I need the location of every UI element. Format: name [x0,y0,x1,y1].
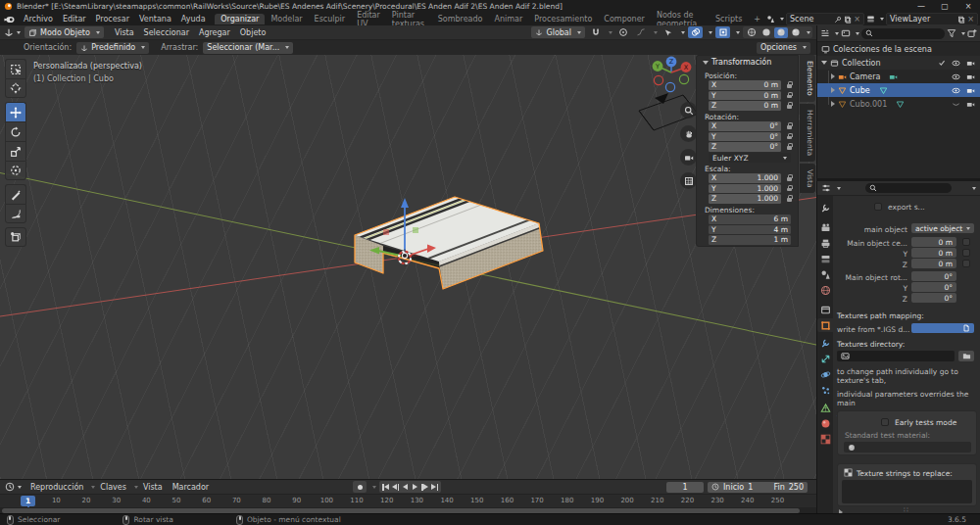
tab-elemento[interactable]: Elemento [800,55,815,102]
texture-strings-list[interactable] [842,480,972,503]
tab-view-layer-icon[interactable] [817,252,833,265]
new-collection-icon[interactable] [967,28,977,38]
camera-restrict-icon[interactable] [966,86,975,95]
center-z-checkbox[interactable] [962,260,970,267]
copy-view-layer-icon[interactable] [957,16,965,24]
playhead-frame-badge[interactable]: 1 [21,496,35,506]
scene-selector[interactable]: Scene × [786,13,864,25]
shading-wireframe-icon[interactable] [745,27,759,38]
zoom-icon[interactable] [680,102,697,119]
lock-icon[interactable] [787,81,793,88]
browse-folder-button[interactable] [958,351,974,361]
scale-tool[interactable] [5,141,26,161]
tab-world-icon[interactable] [817,283,833,297]
record-button[interactable] [353,481,367,493]
timeline-ruler[interactable]: 1020304050607080901001101201301401501601… [0,494,816,508]
main-object-dropdown[interactable]: active object [911,223,974,233]
blender-logo-icon[interactable] [4,16,15,24]
navigation-gizmo[interactable]: Z Y X [647,55,698,98]
frame-range-field[interactable]: Inicio 1 Fin 250 [708,482,808,493]
workspace-tab-procesamiento[interactable]: Procesamiento [528,14,598,24]
pan-hand-icon[interactable] [680,125,697,142]
transform-tool[interactable] [5,161,26,180]
eye-icon[interactable] [952,86,960,95]
filter-display-icon[interactable] [841,28,851,38]
standard-material-field[interactable] [844,442,971,453]
tab-output-icon[interactable] [817,236,833,250]
shading-material-icon[interactable] [774,27,788,38]
timeline-editor-icon[interactable] [5,482,15,492]
filter-funnel-caret[interactable] [961,32,965,35]
properties-search-input[interactable] [865,183,952,193]
jump-end-button[interactable] [430,482,439,492]
menu-editar[interactable]: Editar [58,15,91,24]
outliner-row-collection[interactable]: Collection [817,56,980,70]
menu-ventana[interactable]: Ventana [134,15,176,24]
overlays-icon[interactable] [688,26,703,38]
tab-modifiers-icon[interactable] [817,336,833,350]
remove-view-layer-icon[interactable]: × [967,15,974,24]
write-from-toggle-button[interactable] [911,323,974,333]
cursor-tool[interactable] [5,78,26,98]
falloff-caret[interactable] [654,31,658,34]
outliner-search-input[interactable] [861,28,945,39]
tab-render-icon[interactable] [817,220,833,234]
shading-solid-icon[interactable] [760,27,773,38]
workspace-tab-modelar[interactable]: Modelar [265,14,308,24]
editor-type-caret[interactable] [17,31,21,34]
rotation-y-field[interactable]: Y0° [709,132,781,142]
next-keyframe-button[interactable] [420,482,429,492]
eye-icon[interactable] [952,72,960,81]
shading-caret[interactable] [807,31,810,34]
jump-start-button[interactable] [381,482,390,492]
lock-icon[interactable] [787,133,793,140]
tab-collection-icon[interactable] [817,303,833,316]
snap-target-caret[interactable] [609,31,612,34]
camera-restrict-icon[interactable] [966,100,975,109]
record-caret[interactable] [372,486,376,489]
tab-herramienta[interactable]: Herramienta [800,104,815,162]
select-box-tool[interactable] [5,59,26,78]
falloff-icon[interactable] [633,26,648,38]
tab-object-data-icon[interactable] [817,401,833,414]
properties-options-caret[interactable] [972,187,976,190]
snap-magnet-icon[interactable] [588,26,603,38]
unlink-scene-icon[interactable]: × [854,15,860,24]
close-icon[interactable]: × [956,0,980,13]
center-y-checkbox[interactable] [962,249,970,257]
workspace-tab-componer[interactable]: Componer [598,14,651,24]
center-z-field[interactable]: 0 m [911,259,956,268]
dimensions-z-field[interactable]: Z1 m [709,235,791,245]
view-layer-icon[interactable] [866,15,875,24]
workspace-tab-scripts[interactable]: Scripts [710,14,748,24]
drag-dropdown[interactable]: Seleccionar (Mar... [203,42,293,54]
view-layer-caret[interactable] [880,18,884,21]
tab-particles-icon[interactable] [817,383,833,397]
rotate-tool[interactable] [5,121,26,141]
scale-y-field[interactable]: Y1.000 [709,184,781,194]
cubo001-disclosure-icon[interactable] [831,101,835,107]
proportional-editing-icon[interactable] [615,26,630,38]
rotation-mode-dropdown[interactable]: Euler XYZ [709,153,791,163]
lock-icon[interactable] [787,122,793,129]
gizmo-pointer-icon[interactable] [661,26,675,38]
menu-objeto[interactable]: Objeto [235,28,271,37]
orientation-preset-dropdown[interactable]: Predefinido [76,42,149,54]
camera-disclosure-icon[interactable] [831,73,835,79]
center-x-checkbox[interactable] [962,238,970,246]
cube-disclosure-icon[interactable] [831,87,835,93]
dimensions-x-field[interactable]: X6 m [709,215,791,224]
filter-display-caret[interactable] [856,32,859,35]
play-reverse-button[interactable] [401,482,410,492]
textures-directory-input[interactable] [837,351,955,361]
current-frame-field[interactable]: 1 [666,482,704,493]
workspace-tab-animar[interactable]: Animar [488,14,528,24]
scene-browse-caret[interactable] [780,18,784,21]
editor-type-icon[interactable] [4,27,14,37]
early-tests-checkbox[interactable] [881,418,889,426]
tab-scene-icon[interactable] [817,267,833,281]
menu-vista-tl[interactable]: Vista [138,483,168,492]
move-tool[interactable] [5,102,26,121]
menu-vista[interactable]: Vista [110,28,139,37]
tab-object-icon[interactable] [817,318,833,332]
